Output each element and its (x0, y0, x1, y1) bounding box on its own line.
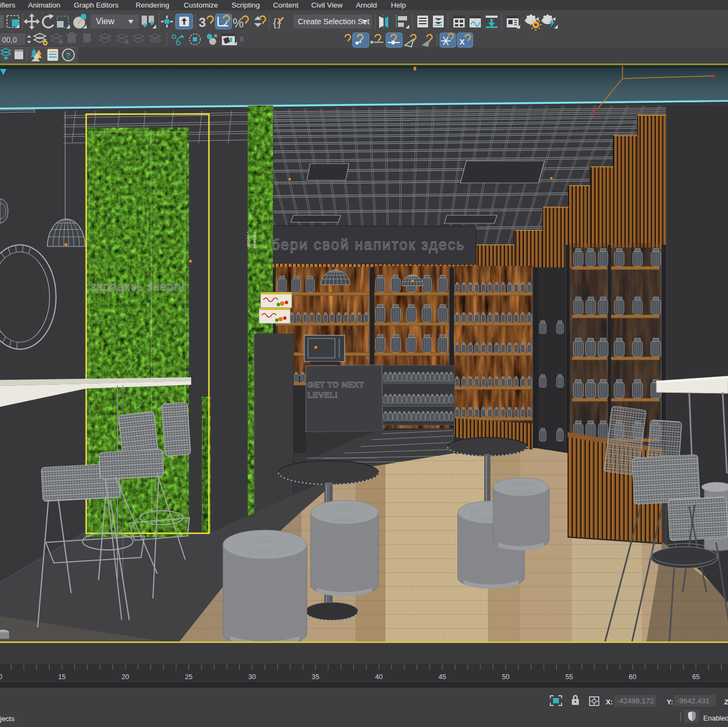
svg-text:бери свой напиток здесь: бери свой напиток здесь (271, 237, 465, 253)
svg-text:Arnold: Arnold (356, 1, 377, 9)
svg-text:50: 50 (502, 673, 509, 681)
svg-text:Rendering: Rendering (136, 1, 169, 9)
svg-text:ifiers: ifiers (0, 1, 16, 9)
svg-text:20: 20 (122, 673, 129, 681)
svg-text:35: 35 (312, 673, 319, 681)
svg-text:y: y (592, 107, 596, 115)
svg-text:View: View (96, 17, 115, 26)
svg-text:зарядись энерги: зарядись энерги (90, 280, 185, 293)
svg-text:00,0: 00,0 (2, 36, 17, 44)
svg-text:10: 10 (0, 673, 2, 681)
svg-text:{ }: { } (273, 17, 281, 29)
svg-text:LEVEL!: LEVEL! (307, 390, 338, 399)
svg-text:Y:: Y: (667, 698, 673, 706)
svg-text:55: 55 (565, 673, 573, 681)
svg-text:-42498,172: -42498,172 (617, 697, 654, 705)
svg-text:Scripting: Scripting (232, 1, 260, 9)
svg-text:25: 25 (185, 673, 193, 681)
svg-text:Enabled: Enabled (703, 714, 728, 722)
svg-text:x: x (712, 72, 716, 80)
svg-text:GET TO NEXT: GET TO NEXT (307, 380, 364, 389)
svg-text:-9642,431: -9642,431 (677, 697, 710, 705)
svg-text:jects: jects (0, 715, 15, 723)
svg-text:Animation: Animation (28, 1, 60, 9)
svg-text:Civil View: Civil View (311, 1, 343, 9)
svg-text:40: 40 (375, 673, 383, 681)
svg-text:60: 60 (629, 673, 636, 681)
svg-text:X: X (459, 37, 465, 46)
svg-text:Customize: Customize (184, 1, 218, 9)
svg-text:3: 3 (199, 15, 206, 30)
svg-text:с собой: с собой (246, 231, 251, 246)
svg-text:?: ? (66, 51, 71, 60)
svg-text:15: 15 (58, 673, 66, 681)
svg-text:Graph Editors: Graph Editors (74, 1, 119, 9)
svg-text:Create Selection Set: Create Selection Set (298, 17, 369, 26)
svg-text:45: 45 (439, 673, 446, 681)
svg-text:Z: Z (724, 698, 728, 706)
svg-text:заряжай: заряжай (253, 231, 257, 248)
svg-text:65: 65 (692, 673, 700, 681)
svg-text:X:: X: (606, 698, 613, 706)
svg-text:Help: Help (391, 1, 406, 9)
svg-text:Content: Content (273, 1, 299, 9)
svg-text:30: 30 (248, 673, 256, 681)
